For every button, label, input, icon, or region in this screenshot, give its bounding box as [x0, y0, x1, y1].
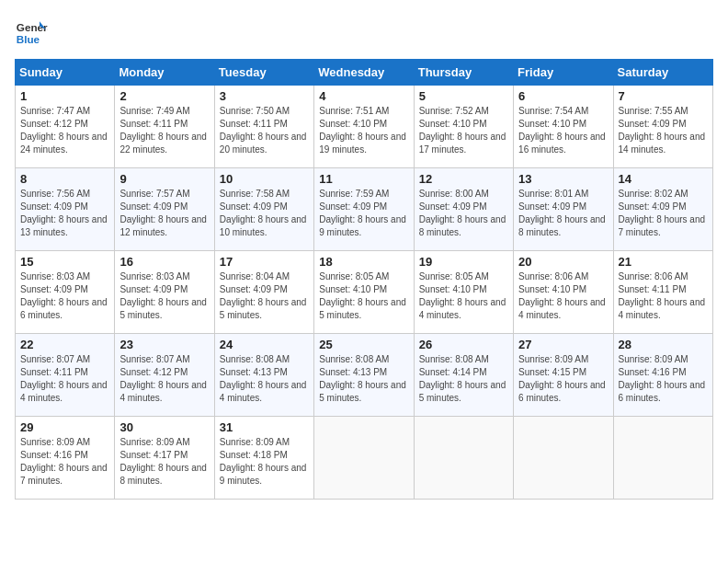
cell-daylight: Daylight: 8 hours and 9 minutes.: [220, 462, 309, 488]
logo: General Blue: [15, 15, 48, 48]
day-number: 16: [119, 255, 209, 269]
calendar-cell: [314, 417, 414, 500]
cell-sunset: Sunset: 4:09 PM: [220, 201, 309, 213]
cell-sunrise: Sunrise: 8:07 AM: [119, 353, 209, 366]
cell-sunset: Sunset: 4:11 PM: [619, 283, 708, 296]
calendar-cell: 23 Sunrise: 8:07 AM Sunset: 4:12 PM Dayl…: [115, 334, 214, 417]
day-number: 8: [20, 172, 109, 186]
cell-sunset: Sunset: 4:09 PM: [319, 201, 408, 213]
day-number: 27: [518, 338, 608, 351]
cell-sunset: Sunset: 4:10 PM: [518, 118, 608, 131]
cell-sunset: Sunset: 4:09 PM: [20, 283, 109, 296]
calendar-cell: 12 Sunrise: 8:00 AM Sunset: 4:09 PM Dayl…: [414, 168, 513, 251]
calendar-cell: 7 Sunrise: 7:55 AM Sunset: 4:09 PM Dayli…: [613, 86, 712, 168]
day-number: 23: [119, 338, 209, 351]
cell-sunrise: Sunrise: 8:06 AM: [619, 270, 708, 283]
calendar-week-row: 15 Sunrise: 8:03 AM Sunset: 4:09 PM Dayl…: [16, 251, 713, 334]
cell-sunset: Sunset: 4:15 PM: [518, 366, 608, 379]
cell-sunset: Sunset: 4:10 PM: [319, 118, 408, 131]
cell-sunrise: Sunrise: 7:54 AM: [518, 105, 608, 118]
cell-daylight: Daylight: 8 hours and 24 minutes.: [20, 131, 109, 156]
cell-sunset: Sunset: 4:09 PM: [419, 201, 508, 213]
cell-sunrise: Sunrise: 8:01 AM: [518, 188, 608, 201]
day-number: 28: [619, 338, 708, 351]
cell-daylight: Daylight: 8 hours and 8 minutes.: [518, 213, 608, 239]
calendar-body: 1 Sunrise: 7:47 AM Sunset: 4:12 PM Dayli…: [16, 86, 713, 500]
cell-sunrise: Sunrise: 7:52 AM: [419, 105, 508, 118]
calendar-cell: 30 Sunrise: 8:09 AM Sunset: 4:17 PM Dayl…: [115, 417, 214, 500]
cell-sunset: Sunset: 4:10 PM: [319, 283, 408, 296]
cell-daylight: Daylight: 8 hours and 17 minutes.: [419, 131, 508, 156]
cell-sunset: Sunset: 4:13 PM: [220, 366, 309, 379]
cell-daylight: Daylight: 8 hours and 13 minutes.: [20, 213, 109, 239]
calendar-cell: 5 Sunrise: 7:52 AM Sunset: 4:10 PM Dayli…: [414, 86, 513, 168]
day-number: 6: [518, 89, 608, 103]
cell-daylight: Daylight: 8 hours and 16 minutes.: [518, 131, 608, 156]
cell-sunset: Sunset: 4:09 PM: [619, 201, 708, 213]
day-number: 30: [119, 420, 209, 434]
cell-sunset: Sunset: 4:18 PM: [220, 449, 309, 462]
cell-daylight: Daylight: 8 hours and 5 minutes.: [220, 296, 309, 322]
cell-sunset: Sunset: 4:09 PM: [119, 283, 209, 296]
page-header: General Blue: [15, 15, 713, 48]
cell-sunset: Sunset: 4:11 PM: [20, 366, 109, 379]
col-header-saturday: Saturday: [613, 60, 712, 86]
cell-sunset: Sunset: 4:09 PM: [220, 283, 309, 296]
cell-sunrise: Sunrise: 7:56 AM: [20, 188, 109, 201]
cell-sunrise: Sunrise: 8:09 AM: [518, 353, 608, 366]
cell-daylight: Daylight: 8 hours and 19 minutes.: [319, 131, 408, 156]
cell-sunrise: Sunrise: 8:08 AM: [419, 353, 508, 366]
cell-sunset: Sunset: 4:16 PM: [619, 366, 708, 379]
cell-sunset: Sunset: 4:09 PM: [20, 201, 109, 213]
day-number: 12: [419, 172, 508, 186]
calendar-week-row: 8 Sunrise: 7:56 AM Sunset: 4:09 PM Dayli…: [16, 168, 713, 251]
calendar-table: SundayMondayTuesdayWednesdayThursdayFrid…: [15, 59, 713, 500]
cell-sunrise: Sunrise: 7:58 AM: [220, 188, 309, 201]
cell-sunrise: Sunrise: 8:04 AM: [220, 270, 309, 283]
cell-daylight: Daylight: 8 hours and 8 minutes.: [119, 462, 209, 488]
cell-daylight: Daylight: 8 hours and 12 minutes.: [119, 213, 209, 239]
cell-sunrise: Sunrise: 8:07 AM: [20, 353, 109, 366]
cell-daylight: Daylight: 8 hours and 4 minutes.: [518, 296, 608, 322]
cell-sunrise: Sunrise: 8:00 AM: [419, 188, 508, 201]
cell-sunrise: Sunrise: 7:49 AM: [119, 105, 209, 118]
cell-sunrise: Sunrise: 8:09 AM: [619, 353, 708, 366]
calendar-cell: 9 Sunrise: 7:57 AM Sunset: 4:09 PM Dayli…: [115, 168, 214, 251]
calendar-cell: 31 Sunrise: 8:09 AM Sunset: 4:18 PM Dayl…: [214, 417, 313, 500]
calendar-cell: 17 Sunrise: 8:04 AM Sunset: 4:09 PM Dayl…: [214, 251, 313, 334]
calendar-cell: 4 Sunrise: 7:51 AM Sunset: 4:10 PM Dayli…: [314, 86, 414, 168]
col-header-wednesday: Wednesday: [314, 60, 414, 86]
cell-daylight: Daylight: 8 hours and 4 minutes.: [619, 296, 708, 322]
calendar-cell: 21 Sunrise: 8:06 AM Sunset: 4:11 PM Dayl…: [613, 251, 712, 334]
calendar-week-row: 22 Sunrise: 8:07 AM Sunset: 4:11 PM Dayl…: [16, 334, 713, 417]
day-number: 17: [220, 255, 309, 269]
calendar-cell: 28 Sunrise: 8:09 AM Sunset: 4:16 PM Dayl…: [613, 334, 712, 417]
cell-sunset: Sunset: 4:12 PM: [20, 118, 109, 131]
cell-daylight: Daylight: 8 hours and 14 minutes.: [619, 131, 708, 156]
calendar-cell: 16 Sunrise: 8:03 AM Sunset: 4:09 PM Dayl…: [115, 251, 214, 334]
cell-daylight: Daylight: 8 hours and 4 minutes.: [220, 379, 309, 405]
cell-daylight: Daylight: 8 hours and 4 minutes.: [419, 296, 508, 322]
cell-sunrise: Sunrise: 8:05 AM: [319, 270, 408, 283]
calendar-cell: 14 Sunrise: 8:02 AM Sunset: 4:09 PM Dayl…: [613, 168, 712, 251]
cell-daylight: Daylight: 8 hours and 6 minutes.: [619, 379, 708, 405]
day-number: 31: [220, 420, 309, 434]
cell-daylight: Daylight: 8 hours and 6 minutes.: [20, 296, 109, 322]
col-header-friday: Friday: [514, 60, 613, 86]
cell-daylight: Daylight: 8 hours and 7 minutes.: [619, 213, 708, 239]
calendar-cell: 18 Sunrise: 8:05 AM Sunset: 4:10 PM Dayl…: [314, 251, 414, 334]
svg-text:Blue: Blue: [17, 33, 40, 45]
calendar-cell: 1 Sunrise: 7:47 AM Sunset: 4:12 PM Dayli…: [16, 86, 115, 168]
calendar-cell: 3 Sunrise: 7:50 AM Sunset: 4:11 PM Dayli…: [214, 86, 313, 168]
day-number: 13: [518, 172, 608, 186]
cell-sunset: Sunset: 4:10 PM: [419, 283, 508, 296]
day-number: 5: [419, 89, 508, 103]
calendar-cell: [414, 417, 513, 500]
cell-daylight: Daylight: 8 hours and 6 minutes.: [518, 379, 608, 405]
cell-sunset: Sunset: 4:10 PM: [518, 283, 608, 296]
calendar-cell: 27 Sunrise: 8:09 AM Sunset: 4:15 PM Dayl…: [514, 334, 613, 417]
cell-sunrise: Sunrise: 8:09 AM: [119, 436, 209, 449]
cell-sunset: Sunset: 4:10 PM: [419, 118, 508, 131]
day-number: 11: [319, 172, 408, 186]
cell-sunrise: Sunrise: 8:08 AM: [319, 353, 408, 366]
